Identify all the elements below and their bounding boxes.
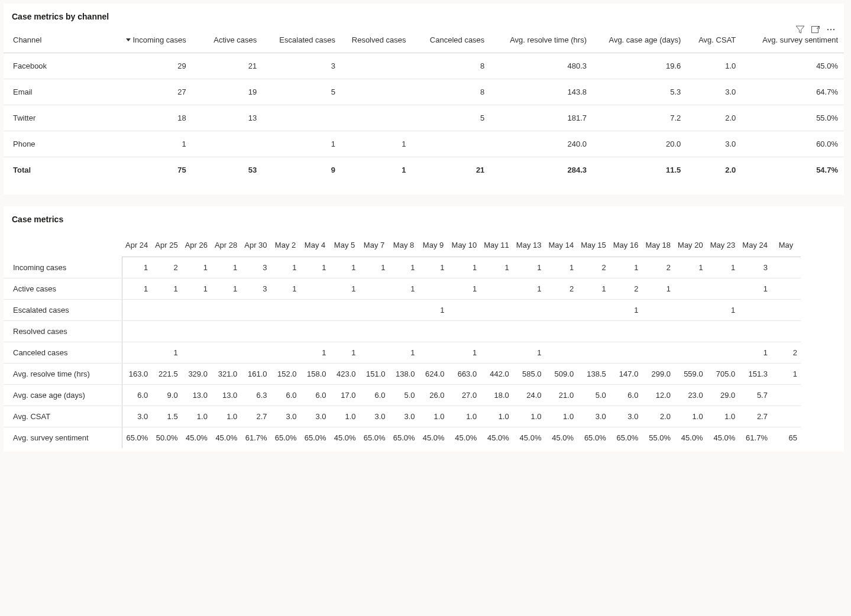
card-title: Case metrics by channel bbox=[4, 8, 844, 27]
table-row[interactable]: Escalated cases111 bbox=[4, 300, 801, 321]
date-column-header[interactable]: Apr 25 bbox=[151, 230, 181, 257]
table-cell: 24.0 bbox=[513, 385, 545, 406]
table-cell: 1.0 bbox=[687, 53, 742, 79]
table-cell: 1 bbox=[642, 278, 674, 300]
table-cell: 45.0% bbox=[448, 427, 481, 449]
row-header: Avg. resolve time (hrs) bbox=[4, 364, 122, 385]
svg-point-2 bbox=[830, 29, 831, 30]
date-column-header[interactable]: May 10 bbox=[448, 230, 481, 257]
table-cell: 1 bbox=[448, 257, 481, 278]
table-cell: 20.0 bbox=[593, 131, 687, 157]
column-header[interactable]: Active cases bbox=[192, 27, 263, 53]
table-row[interactable]: Facebook292138480.319.61.045.0% bbox=[4, 53, 844, 79]
column-header[interactable]: Avg. CSAT bbox=[687, 27, 742, 53]
card-title: Case metrics bbox=[4, 211, 844, 230]
table-cell bbox=[480, 300, 513, 321]
table-cell: 3.0 bbox=[300, 406, 330, 427]
table-row[interactable]: Twitter18135181.77.22.055.0% bbox=[4, 105, 844, 131]
table-cell: 65.0% bbox=[360, 427, 389, 449]
column-header[interactable]: Avg. case age (days) bbox=[593, 27, 687, 53]
date-column-header[interactable]: Apr 28 bbox=[211, 230, 241, 257]
table-cell: 2 bbox=[771, 342, 801, 364]
table-cell: 60.0% bbox=[742, 131, 844, 157]
table-cell bbox=[610, 342, 642, 364]
table-cell bbox=[610, 321, 642, 342]
card-toolbar bbox=[795, 25, 836, 34]
table-cell: 3.0 bbox=[687, 79, 742, 105]
table-row[interactable]: Avg. CSAT3.01.51.01.02.73.03.01.03.03.01… bbox=[4, 406, 801, 427]
table-cell: 2 bbox=[577, 257, 610, 278]
table-cell: 18.0 bbox=[480, 385, 513, 406]
date-column-header[interactable]: May 4 bbox=[300, 230, 330, 257]
date-column-header[interactable]: Apr 24 bbox=[122, 230, 151, 257]
table-row[interactable]: Incoming cases121131111111111212113 bbox=[4, 257, 801, 278]
table-cell: 75 bbox=[114, 157, 192, 183]
table-cell: 158.0 bbox=[300, 364, 330, 385]
date-column-header[interactable]: May 8 bbox=[389, 230, 419, 257]
table-cell: 1 bbox=[271, 278, 300, 300]
table-cell bbox=[271, 321, 300, 342]
table-row[interactable]: Avg. case age (days)6.09.013.013.06.36.0… bbox=[4, 385, 801, 406]
table-cell: 1 bbox=[330, 257, 360, 278]
date-column-header[interactable]: May 7 bbox=[360, 230, 389, 257]
table-row[interactable]: Resolved cases bbox=[4, 321, 801, 342]
table-cell: Facebook bbox=[4, 53, 114, 79]
table-cell bbox=[389, 321, 419, 342]
table-cell: 1.0 bbox=[330, 406, 360, 427]
table-row[interactable]: Phone111240.020.03.060.0% bbox=[4, 131, 844, 157]
table-cell: 1.0 bbox=[480, 406, 513, 427]
table-cell: 1 bbox=[513, 342, 545, 364]
table-cell: 26.0 bbox=[419, 385, 448, 406]
focus-mode-icon[interactable] bbox=[811, 25, 820, 34]
table-cell: 65 bbox=[771, 427, 801, 449]
column-header[interactable]: Incoming cases bbox=[114, 27, 192, 53]
table-cell bbox=[211, 300, 241, 321]
table-cell bbox=[341, 53, 412, 79]
row-header: Incoming cases bbox=[4, 257, 122, 278]
date-column-header[interactable]: May 5 bbox=[330, 230, 360, 257]
date-column-header[interactable]: May bbox=[771, 230, 801, 257]
column-header[interactable]: Escalated cases bbox=[263, 27, 341, 53]
more-options-icon[interactable] bbox=[826, 25, 836, 34]
table-row[interactable]: Email271958143.85.33.064.7% bbox=[4, 79, 844, 105]
table-cell bbox=[300, 300, 330, 321]
date-column-header[interactable]: May 2 bbox=[271, 230, 300, 257]
date-column-header[interactable]: May 15 bbox=[577, 230, 610, 257]
column-header[interactable]: Channel bbox=[4, 27, 114, 53]
column-header-label: Avg. CSAT bbox=[698, 35, 736, 44]
date-column-header[interactable]: May 11 bbox=[480, 230, 513, 257]
table-cell: 705.0 bbox=[707, 364, 739, 385]
table-cell: 329.0 bbox=[182, 364, 211, 385]
table-cell: 29 bbox=[114, 53, 192, 79]
date-column-header[interactable]: May 9 bbox=[419, 230, 448, 257]
date-column-header[interactable]: Apr 30 bbox=[241, 230, 270, 257]
date-column-header[interactable]: May 13 bbox=[513, 230, 545, 257]
table-cell: 45.0% bbox=[513, 427, 545, 449]
date-column-header[interactable]: May 23 bbox=[707, 230, 739, 257]
row-header: Avg. case age (days) bbox=[4, 385, 122, 406]
table-cell: Total bbox=[4, 157, 114, 183]
column-header[interactable]: Resolved cases bbox=[341, 27, 412, 53]
table-total-row: Total75539121284.311.52.054.7% bbox=[4, 157, 844, 183]
table-row[interactable]: Active cases111131111121211 bbox=[4, 278, 801, 300]
column-header[interactable]: Canceled cases bbox=[412, 27, 491, 53]
table-cell: 299.0 bbox=[642, 364, 674, 385]
table-row[interactable]: Avg. resolve time (hrs)163.0221.5329.032… bbox=[4, 364, 801, 385]
date-column-header[interactable]: May 16 bbox=[610, 230, 642, 257]
date-column-header[interactable]: May 24 bbox=[739, 230, 771, 257]
table-cell: 1 bbox=[771, 364, 801, 385]
table-cell: 2 bbox=[610, 278, 642, 300]
column-header[interactable]: Avg. resolve time (hrs) bbox=[490, 27, 593, 53]
table-row[interactable]: Avg. survey sentiment65.0%50.0%45.0%45.0… bbox=[4, 427, 801, 449]
table-cell bbox=[300, 278, 330, 300]
table-cell: 27 bbox=[114, 79, 192, 105]
filter-icon[interactable] bbox=[795, 25, 805, 34]
date-column-header[interactable]: May 20 bbox=[674, 230, 707, 257]
date-column-header[interactable]: Apr 26 bbox=[182, 230, 211, 257]
table-row[interactable]: Canceled cases11111112 bbox=[4, 342, 801, 364]
table-cell: 151.3 bbox=[739, 364, 771, 385]
date-column-header[interactable]: May 18 bbox=[642, 230, 674, 257]
table-cell bbox=[545, 321, 577, 342]
table-cell: 54.7% bbox=[742, 157, 844, 183]
date-column-header[interactable]: May 14 bbox=[545, 230, 577, 257]
